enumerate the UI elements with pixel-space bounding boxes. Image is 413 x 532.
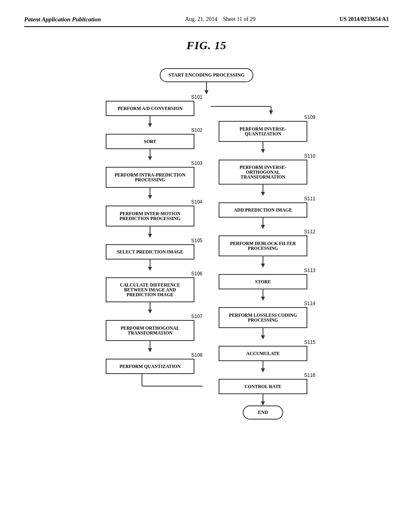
end-node: END <box>243 405 283 420</box>
step-label-s109: S109 <box>304 114 315 120</box>
svg-marker-9 <box>148 234 152 238</box>
svg-marker-13 <box>148 310 152 314</box>
svg-marker-30 <box>261 297 265 301</box>
patent-number: US 2014/0233654 A1 <box>340 16 389 23</box>
step-label-s101: S101 <box>191 94 202 100</box>
parallel-columns: S101 PERFORM A/D CONVERSION S102 SORT S1… <box>98 94 315 420</box>
svg-marker-3 <box>148 123 152 127</box>
step-label-s116: S116 <box>304 372 315 378</box>
step-s107: PERFORM ORTHOGONAL TRANSFORMATION <box>106 320 194 341</box>
svg-marker-26 <box>261 225 265 229</box>
step-s103: PERFORM INTRA-PREDICTION PROCESSING <box>106 167 194 188</box>
arrow-s102 <box>147 149 153 160</box>
arrow-s101 <box>147 116 153 127</box>
svg-marker-15 <box>148 348 152 352</box>
arrow-s112 <box>260 256 266 268</box>
arrow-s103 <box>147 188 153 199</box>
step-s111: ADD PREDICTION IMAGE <box>219 202 307 218</box>
step-label-s111: S111 <box>304 196 315 202</box>
svg-marker-24 <box>261 192 265 196</box>
step-s115: ACCUMULATE <box>219 346 307 361</box>
step-s109: PERFORM INVERSE-QUANTIZATION <box>219 121 307 142</box>
step-s110: PERFORM INVERSE-ORTHOGONAL TRANSFORMATIO… <box>219 160 307 185</box>
svg-marker-22 <box>261 149 265 153</box>
arrow-s107 <box>147 341 153 352</box>
svg-marker-36 <box>261 401 265 405</box>
step-s105: SELECT PREDICTION IMAGE <box>106 244 194 260</box>
svg-marker-7 <box>148 195 152 199</box>
top-connector-right <box>211 94 315 114</box>
arrow-s111 <box>260 218 266 229</box>
arrow-s109 <box>260 142 266 153</box>
page-header: Patent Application Publication Aug. 21, … <box>24 16 389 27</box>
step-s101: PERFORM A/D CONVERSION <box>106 101 194 116</box>
arrow-s105 <box>147 260 153 271</box>
publication-label: Patent Application Publication <box>24 16 101 23</box>
figure-title: FIG. 15 <box>24 39 389 52</box>
page: Patent Application Publication Aug. 21, … <box>0 0 413 532</box>
step-label-s104: S104 <box>191 199 202 205</box>
right-column: S109 PERFORM INVERSE-QUANTIZATION S110 P… <box>211 94 315 420</box>
step-s112: PERFORM DEBLOCK FILTER PROCESSING <box>219 235 307 256</box>
arrow-s113 <box>260 289 266 301</box>
step-label-s105: S105 <box>191 238 202 243</box>
step-label-s114: S114 <box>304 301 315 306</box>
date: Aug. 21, 2014 <box>185 16 217 22</box>
step-s108: PERFORM QUANTIZATION <box>106 359 194 374</box>
step-s114: PERFORM LOSSLESS CODING PROCESSING <box>219 307 307 328</box>
step-label-s108: S108 <box>191 352 202 358</box>
svg-marker-32 <box>261 335 265 339</box>
step-s104: PERFORM INTER-MOTION PREDICTION PROCESSI… <box>106 206 194 227</box>
step-s113: STORE <box>219 274 307 289</box>
flowchart: START ENCODING PROCESSING S101 PERFORM A… <box>24 68 389 420</box>
svg-marker-5 <box>148 156 152 160</box>
start-node: START ENCODING PROCESSING <box>160 68 254 82</box>
svg-marker-11 <box>148 267 152 271</box>
step-label-s103: S103 <box>191 160 202 166</box>
step-s116: CONTROL RATE <box>219 379 307 394</box>
date-sheet: Aug. 21, 2014 Sheet 11 of 29 <box>185 16 256 23</box>
step-label-s115: S115 <box>304 339 315 345</box>
step-s106: CALCULATE DIFFERENCE BETWEEN IMAGE AND P… <box>106 277 194 302</box>
arrow-s110 <box>260 185 266 196</box>
left-column: S101 PERFORM A/D CONVERSION S102 SORT S1… <box>98 94 202 394</box>
arrow-s114 <box>260 328 266 339</box>
svg-marker-28 <box>261 264 265 268</box>
step-label-s113: S113 <box>304 268 315 273</box>
svg-marker-34 <box>261 368 265 372</box>
step-label-s112: S112 <box>304 229 315 235</box>
step-label-s102: S102 <box>191 127 202 133</box>
arrow-s106 <box>147 302 153 314</box>
step-label-s106: S106 <box>191 271 202 276</box>
step-label-s110: S110 <box>304 153 315 159</box>
bottom-connector-left <box>98 374 202 394</box>
arrow-start <box>204 82 209 94</box>
arrow-s116 <box>260 394 266 405</box>
step-label-s107: S107 <box>191 314 202 319</box>
step-s102: SORT <box>106 134 194 149</box>
svg-marker-1 <box>204 90 209 94</box>
svg-marker-20 <box>269 110 273 114</box>
arrow-s115 <box>260 361 266 372</box>
arrow-s104 <box>147 227 153 238</box>
sheet: Sheet 11 of 29 <box>223 16 256 22</box>
